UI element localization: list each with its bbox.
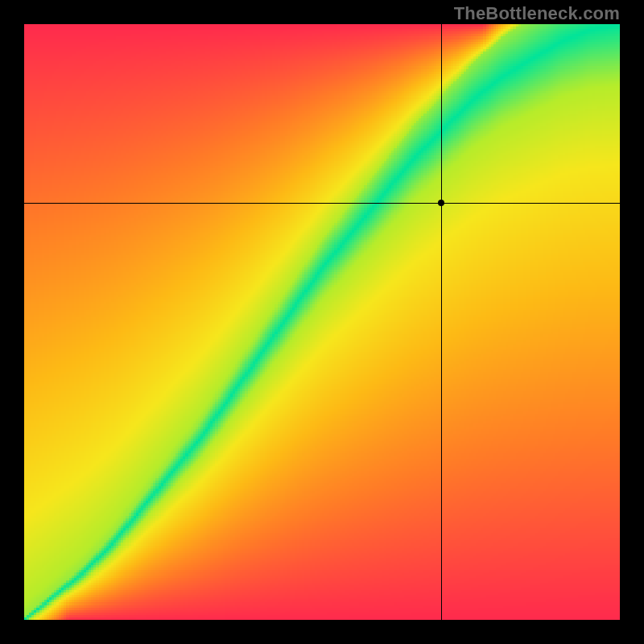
crosshair-vertical	[441, 24, 442, 620]
selection-point	[438, 200, 444, 206]
watermark-label: TheBottleneck.com	[454, 3, 620, 24]
crosshair-horizontal	[24, 203, 620, 204]
heatmap-canvas	[24, 24, 620, 620]
heatmap-plot	[24, 24, 620, 620]
chart-frame: TheBottleneck.com	[0, 0, 644, 644]
